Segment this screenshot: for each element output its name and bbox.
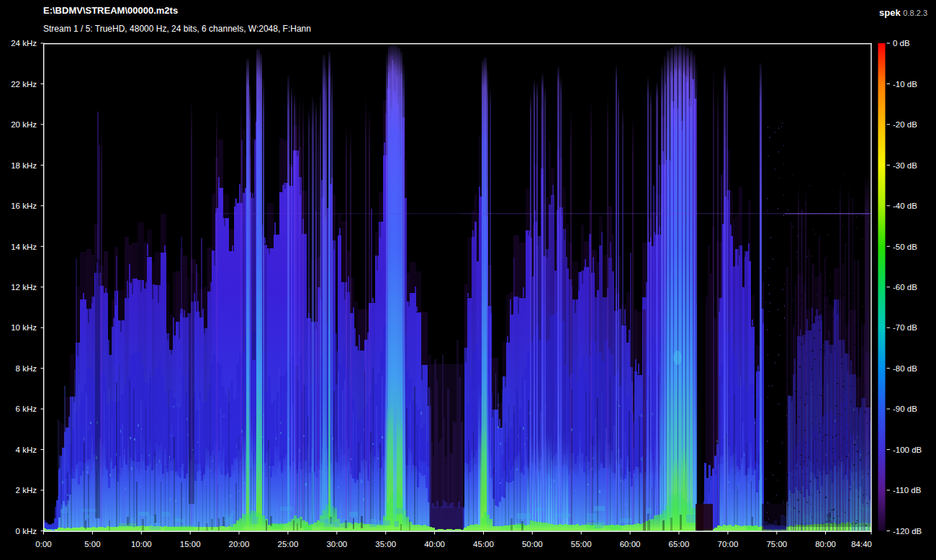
svg-text:-80 dB: -80 dB (893, 364, 917, 373)
svg-text:75:00: 75:00 (766, 540, 787, 548)
svg-text:20 kHz: 20 kHz (11, 120, 37, 129)
svg-text:4 kHz: 4 kHz (16, 446, 37, 454)
svg-text:14 kHz: 14 kHz (11, 243, 37, 251)
svg-text:-70 dB: -70 dB (893, 323, 917, 332)
svg-text:16 kHz: 16 kHz (11, 202, 37, 210)
svg-text:0 kHz: 0 kHz (16, 527, 37, 536)
svg-text:8 kHz: 8 kHz (16, 364, 37, 373)
svg-text:6 kHz: 6 kHz (16, 405, 37, 413)
svg-text:Stream 1 / 5: TrueHD, 48000 Hz: Stream 1 / 5: TrueHD, 48000 Hz, 24 bits,… (43, 24, 311, 34)
svg-text:15:00: 15:00 (180, 540, 201, 548)
svg-text:-90 dB: -90 dB (893, 405, 917, 413)
svg-text:-30 dB: -30 dB (893, 161, 917, 170)
svg-text:60:00: 60:00 (620, 540, 641, 548)
svg-text:12 kHz: 12 kHz (11, 283, 37, 292)
svg-text:-10 dB: -10 dB (893, 80, 917, 89)
svg-text:25:00: 25:00 (278, 540, 299, 548)
svg-text:35:00: 35:00 (375, 540, 396, 548)
svg-text:0:00: 0:00 (35, 540, 51, 548)
svg-text:24 kHz: 24 kHz (11, 39, 37, 48)
svg-text:55:00: 55:00 (571, 540, 592, 548)
svg-text:10 kHz: 10 kHz (11, 323, 37, 332)
svg-text:-120 dB: -120 dB (893, 527, 922, 536)
svg-text:10:00: 10:00 (131, 540, 152, 548)
svg-text:-20 dB: -20 dB (893, 120, 917, 129)
svg-text:70:00: 70:00 (718, 540, 739, 548)
svg-text:-50 dB: -50 dB (893, 243, 917, 251)
svg-text:80:00: 80:00 (815, 540, 836, 548)
svg-text:-110 dB: -110 dB (893, 486, 922, 494)
svg-text:-60 dB: -60 dB (893, 283, 917, 292)
svg-text:45:00: 45:00 (473, 540, 494, 548)
svg-text:5:00: 5:00 (84, 540, 100, 548)
svg-text:-40 dB: -40 dB (893, 202, 917, 210)
svg-text:-100 dB: -100 dB (893, 446, 922, 454)
svg-text:30:00: 30:00 (326, 540, 347, 548)
svg-text:0 dB: 0 dB (893, 39, 910, 48)
svg-text:22 kHz: 22 kHz (11, 80, 37, 89)
svg-text:50:00: 50:00 (522, 540, 543, 548)
svg-text:20:00: 20:00 (229, 540, 250, 548)
svg-text:18 kHz: 18 kHz (11, 161, 37, 170)
svg-text:84:40: 84:40 (851, 540, 872, 548)
svg-text:E:\BDMV\STREAM\00000.m2ts: E:\BDMV\STREAM\00000.m2ts (43, 5, 178, 16)
svg-text:40:00: 40:00 (424, 540, 445, 548)
svg-text:65:00: 65:00 (669, 540, 690, 548)
svg-text:spek 0.8.2.3: spek 0.8.2.3 (879, 7, 927, 18)
svg-text:2 kHz: 2 kHz (16, 486, 37, 494)
